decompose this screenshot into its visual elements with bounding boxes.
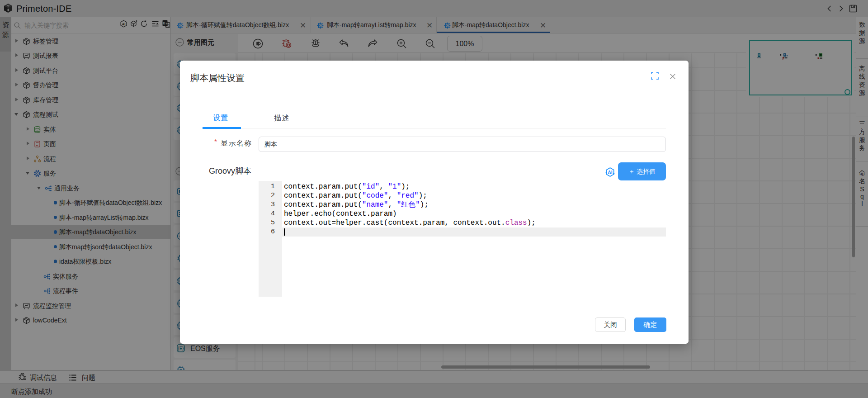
svg-text:AI: AI (608, 170, 613, 175)
